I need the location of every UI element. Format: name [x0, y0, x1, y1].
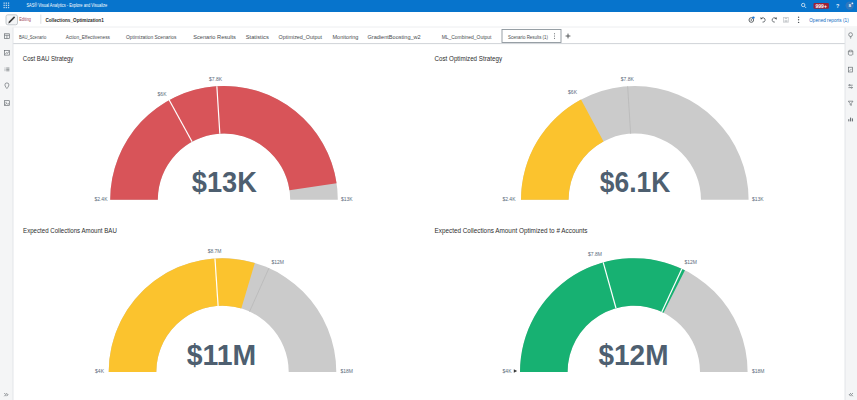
- svg-text:GradientBoosting_w2: GradientBoosting_w2: [368, 34, 422, 40]
- svg-text:Opened reports (1): Opened reports (1): [809, 17, 849, 23]
- svg-text:Statistics: Statistics: [246, 34, 269, 40]
- svg-text:$11M: $11M: [187, 338, 257, 371]
- svg-text:$18M: $18M: [341, 368, 354, 374]
- svg-text:Editing: Editing: [19, 16, 31, 22]
- svg-text:999+: 999+: [815, 4, 827, 9]
- svg-text:Optimization Scenarios: Optimization Scenarios: [126, 34, 176, 40]
- svg-text:Cost BAU Strategy: Cost BAU Strategy: [23, 55, 74, 63]
- svg-text:$12M: $12M: [272, 259, 285, 265]
- svg-text:Scenario Results: Scenario Results: [193, 34, 236, 40]
- svg-text:$13K: $13K: [752, 196, 764, 202]
- svg-text:$7.8K: $7.8K: [621, 76, 635, 82]
- svg-text:$7.8M: $7.8M: [588, 251, 602, 257]
- svg-text:$7.8K: $7.8K: [209, 76, 223, 82]
- svg-text:s: s: [849, 2, 852, 8]
- svg-text:Optimized_Output: Optimized_Output: [279, 34, 323, 40]
- svg-text:?: ?: [836, 3, 839, 9]
- svg-text:$8.7M: $8.7M: [208, 248, 222, 254]
- svg-text:SAS® Visual Analytics - Explor: SAS® Visual Analytics - Explore and Visu…: [26, 2, 107, 8]
- svg-text:$2.4K: $2.4K: [502, 196, 516, 202]
- svg-text:$13K: $13K: [192, 165, 258, 198]
- svg-text:Monitoring: Monitoring: [333, 34, 359, 40]
- svg-text:Scenario Results (1): Scenario Results (1): [508, 34, 548, 40]
- svg-text:$18M: $18M: [752, 368, 765, 374]
- svg-text:ML_Combined_Output: ML_Combined_Output: [442, 34, 492, 40]
- svg-text:Expected Collections Amount Op: Expected Collections Amount Optimized to…: [435, 227, 589, 235]
- svg-text:Expected Collections Amount BA: Expected Collections Amount BAU: [23, 227, 117, 235]
- svg-text:Action_Effectiveness: Action_Effectiveness: [66, 34, 110, 40]
- svg-text:$2.4K: $2.4K: [94, 196, 108, 202]
- svg-text:$13K: $13K: [341, 196, 353, 202]
- svg-text:Collections_Optimization1: Collections_Optimization1: [45, 17, 104, 23]
- svg-text:$4K: $4K: [503, 368, 513, 374]
- svg-text:$12M: $12M: [599, 338, 669, 371]
- svg-text:Cost Optimized Strategy: Cost Optimized Strategy: [435, 55, 503, 63]
- svg-text:BAU_Scenario: BAU_Scenario: [19, 34, 47, 40]
- svg-text:$4K: $4K: [95, 368, 105, 374]
- svg-text:$6K: $6K: [158, 91, 168, 97]
- svg-text:$6.1K: $6.1K: [600, 165, 671, 198]
- svg-text:$12M: $12M: [685, 259, 698, 265]
- svg-text:$6K: $6K: [568, 89, 578, 95]
